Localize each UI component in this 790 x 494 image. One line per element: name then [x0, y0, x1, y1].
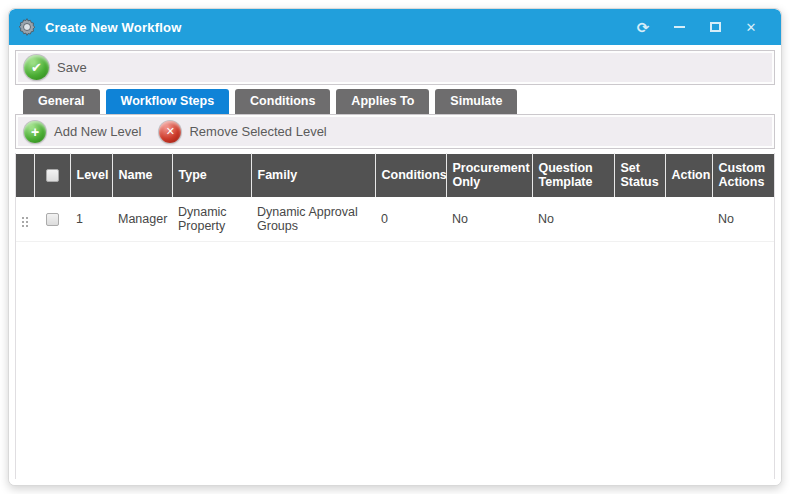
cell-question-template: No	[532, 197, 614, 242]
header-name[interactable]: Name	[112, 154, 172, 197]
header-question-template[interactable]: Question Template	[532, 154, 614, 197]
cell-level: 1	[70, 197, 112, 242]
remove-x-icon: ✕	[159, 121, 181, 143]
cell-set-status	[614, 197, 665, 242]
table-header-row: Level Name Type Family Conditions Procur…	[16, 154, 774, 197]
header-drag-column	[16, 154, 34, 197]
header-conditions[interactable]: Conditions	[375, 154, 446, 197]
levels-table: Level Name Type Family Conditions Procur…	[16, 153, 774, 242]
tab-simulate[interactable]: Simulate	[435, 89, 517, 114]
minimize-button[interactable]	[671, 19, 687, 35]
save-toolbar: ✔ Save	[15, 50, 775, 85]
row-drag-cell	[16, 197, 34, 242]
refresh-icon[interactable]: ⟳	[635, 19, 651, 35]
titlebar: Create New Workflow ⟳ ✕	[9, 9, 781, 45]
header-family[interactable]: Family	[251, 154, 375, 197]
remove-selected-level-label: Remove Selected Level	[189, 124, 326, 139]
gear-icon	[17, 17, 37, 37]
add-plus-icon: +	[24, 121, 46, 143]
tab-bar: General Workflow Steps Conditions Applie…	[15, 85, 775, 114]
cell-type: Dynamic Property	[172, 197, 251, 242]
header-procurement-only[interactable]: Procurement Only	[446, 154, 532, 197]
close-button[interactable]: ✕	[743, 19, 759, 35]
dialog-content: ✔ Save General Workflow Steps Conditions…	[9, 45, 781, 485]
cell-custom-actions: No	[712, 197, 774, 242]
tab-conditions[interactable]: Conditions	[235, 89, 330, 114]
header-select-all[interactable]	[34, 154, 70, 197]
header-level[interactable]: Level	[70, 154, 112, 197]
save-button[interactable]: ✔ Save	[24, 55, 87, 80]
save-check-icon: ✔	[24, 55, 49, 80]
add-new-level-button[interactable]: + Add New Level	[24, 121, 141, 143]
cell-conditions: 0	[375, 197, 446, 242]
row-checkbox[interactable]	[46, 213, 59, 226]
window-title: Create New Workflow	[45, 20, 181, 35]
header-set-status[interactable]: Set Status	[614, 154, 665, 197]
row-select-cell	[34, 197, 70, 242]
workflow-steps-grid: Level Name Type Family Conditions Procur…	[15, 153, 775, 479]
remove-selected-level-button[interactable]: ✕ Remove Selected Level	[159, 121, 326, 143]
tab-general[interactable]: General	[23, 89, 100, 114]
add-new-level-label: Add New Level	[54, 124, 141, 139]
tab-applies-to[interactable]: Applies To	[336, 89, 429, 114]
cell-action	[665, 197, 712, 242]
maximize-button[interactable]	[707, 19, 723, 35]
save-button-label: Save	[57, 60, 87, 75]
tab-workflow-steps[interactable]: Workflow Steps	[106, 89, 230, 114]
table-row[interactable]: 1 Manager Dynamic Property Dynamic Appro…	[16, 197, 774, 242]
drag-handle-icon[interactable]	[22, 217, 30, 229]
header-type[interactable]: Type	[172, 154, 251, 197]
header-action[interactable]: Action	[665, 154, 712, 197]
cell-procurement-only: No	[446, 197, 532, 242]
window-controls: ⟳ ✕	[635, 19, 771, 35]
level-toolbar: + Add New Level ✕ Remove Selected Level	[15, 114, 775, 149]
cell-family: Dynamic Approval Groups	[251, 197, 375, 242]
select-all-checkbox[interactable]	[46, 169, 59, 182]
create-workflow-dialog: Create New Workflow ⟳ ✕ ✔ Save General W…	[8, 8, 782, 486]
cell-name: Manager	[112, 197, 172, 242]
header-custom-actions[interactable]: Custom Actions	[712, 154, 774, 197]
